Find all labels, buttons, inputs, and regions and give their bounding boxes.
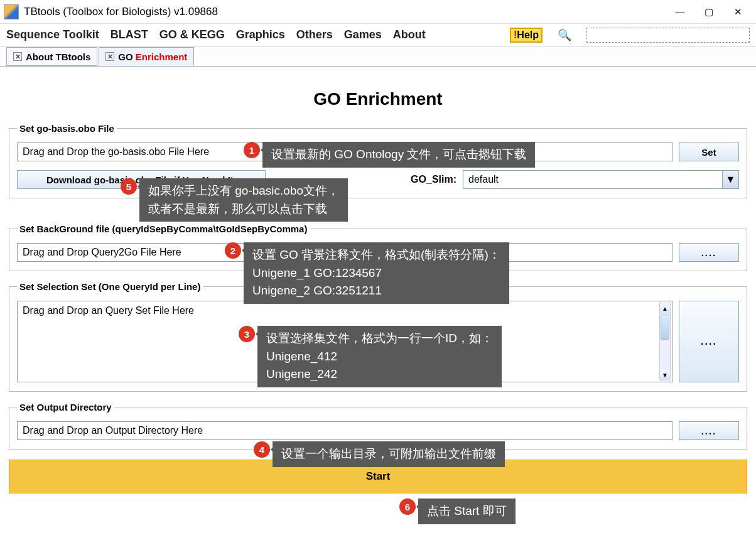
section-background: Set BackGround file (queryIdSepByComma\t… xyxy=(9,224,747,271)
section-output-dir: Set Output Directory .... xyxy=(9,402,747,450)
search-input[interactable] xyxy=(586,28,750,43)
main-panel: GO Enrichment Set go-basis.obo File Set … xyxy=(0,67,756,500)
scroll-up-icon[interactable]: ▲ xyxy=(660,303,670,313)
menu-graphics[interactable]: Graphics xyxy=(236,28,285,41)
search-icon[interactable]: 🔍 xyxy=(558,28,571,42)
titlebar: TBtools (Toolbox for Biologists) v1.0986… xyxy=(0,0,756,24)
callout-text-6: 点击 Start 即可 xyxy=(418,498,516,524)
minimize-button[interactable]: — xyxy=(666,3,694,21)
goslim-value: default xyxy=(463,174,722,185)
scroll-thumb[interactable] xyxy=(661,315,669,340)
scroll-down-icon[interactable]: ▼ xyxy=(660,370,670,380)
menu-about[interactable]: About xyxy=(393,28,426,41)
window-title: TBtools (Toolbox for Biologists) v1.0986… xyxy=(24,6,666,18)
section-selection-set: Set Selection Set (One QueryId per Line)… xyxy=(9,281,747,392)
close-icon[interactable]: ✕ xyxy=(105,52,114,61)
browse-button[interactable]: .... xyxy=(679,421,739,440)
tab-label: GO Enrichment xyxy=(118,51,187,62)
browse-button[interactable]: .... xyxy=(679,301,739,382)
section-legend: Set go-basis.obo File xyxy=(17,123,117,134)
callout-badge-6: 6 xyxy=(399,498,416,515)
tab-go-enrichment[interactable]: ✕ GO Enrichment xyxy=(99,47,194,66)
menubar: Sequence Toolkit BLAST GO & KEGG Graphic… xyxy=(0,24,756,46)
goslim-label: GO_Slim: xyxy=(411,174,456,185)
tab-about-tbtools[interactable]: ✕ About TBtools xyxy=(6,47,97,66)
tab-row: ✕ About TBtools ✕ GO Enrichment xyxy=(0,46,756,67)
output-dir-input[interactable] xyxy=(17,421,672,440)
goslim-select[interactable]: default ▼ xyxy=(463,170,739,189)
section-legend: Set Output Directory xyxy=(17,402,114,412)
download-button[interactable]: Download go-basis.obo File if You Need I… xyxy=(17,170,266,189)
chevron-down-icon[interactable]: ▼ xyxy=(722,171,738,188)
menu-go-kegg[interactable]: GO & KEGG xyxy=(159,28,225,41)
menu-games[interactable]: Games xyxy=(344,28,382,41)
set-button[interactable]: Set xyxy=(679,143,739,161)
help-button[interactable]: !Help xyxy=(510,28,543,43)
go-basis-input[interactable] xyxy=(17,143,672,161)
close-icon[interactable]: ✕ xyxy=(13,52,22,61)
background-input[interactable] xyxy=(17,243,672,262)
textarea-placeholder: Drag and Drop an Query Set File Here xyxy=(23,305,194,316)
browse-button[interactable]: .... xyxy=(679,243,739,262)
section-legend: Set Selection Set (One QueryId per Line) xyxy=(17,281,203,292)
maximize-button[interactable]: ▢ xyxy=(694,3,723,21)
menu-others[interactable]: Others xyxy=(296,28,333,41)
selection-set-input[interactable]: Drag and Drop an Query Set File Here ▲ ▼ xyxy=(17,301,672,382)
tab-label: About TBtools xyxy=(26,51,90,62)
section-go-basis: Set go-basis.obo File Set Download go-ba… xyxy=(9,123,747,198)
app-icon xyxy=(4,4,19,19)
page-title: GO Enrichment xyxy=(9,89,747,109)
menu-sequence-toolkit[interactable]: Sequence Toolkit xyxy=(6,28,99,41)
scrollbar[interactable]: ▲ ▼ xyxy=(659,303,671,380)
start-button[interactable]: Start xyxy=(9,460,747,493)
close-button[interactable]: ✕ xyxy=(723,3,752,21)
menu-blast[interactable]: BLAST xyxy=(111,28,148,41)
section-legend: Set BackGround file (queryIdSepByComma\t… xyxy=(17,224,310,234)
